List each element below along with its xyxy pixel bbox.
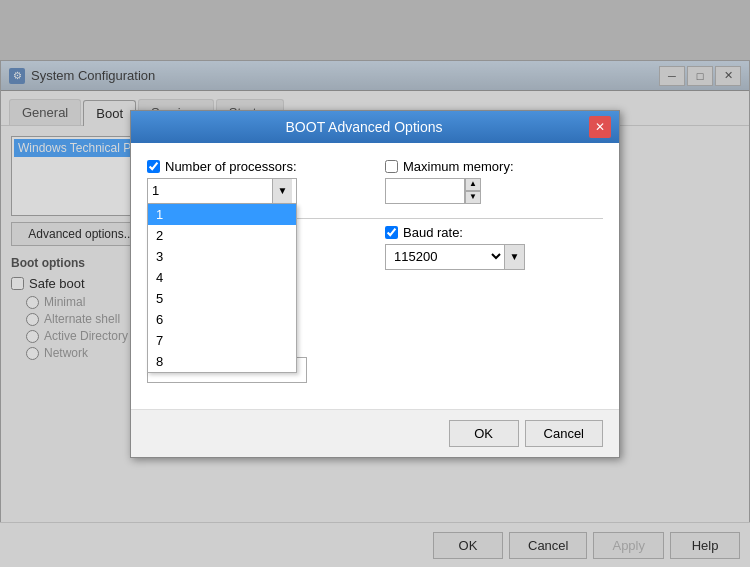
col-max-memory: Maximum memory: 0 ▲ ▼ (385, 159, 603, 204)
dialog-titlebar: BOOT Advanced Options ✕ (131, 111, 619, 143)
processor-option-5[interactable]: 5 (148, 288, 296, 309)
max-memory-input[interactable]: 0 (385, 178, 465, 204)
processors-selected[interactable]: 1 ▼ (147, 178, 297, 204)
baud-rate-checkbox-label: Baud rate: (385, 225, 603, 240)
num-processors-checkbox-label: Number of processors: (147, 159, 365, 174)
dialog-title: BOOT Advanced Options (139, 119, 589, 135)
processors-selected-value: 1 (152, 183, 159, 198)
processor-option-3[interactable]: 3 (148, 246, 296, 267)
max-memory-checkbox[interactable] (385, 160, 398, 173)
processors-dropdown[interactable]: 1 ▼ 12345678 (147, 178, 297, 204)
dialog-ok-button[interactable]: OK (449, 420, 519, 447)
num-processors-checkbox[interactable] (147, 160, 160, 173)
processor-option-7[interactable]: 7 (148, 330, 296, 351)
processors-dropdown-list: 12345678 (147, 204, 297, 373)
num-processors-label: Number of processors: (165, 159, 297, 174)
dialog-body: Number of processors: 1 ▼ 12345678 (131, 143, 619, 409)
processor-option-2[interactable]: 2 (148, 225, 296, 246)
baud-rate-select[interactable]: 115200 57600 19200 (386, 248, 504, 265)
col-processors: Number of processors: 1 ▼ 12345678 (147, 159, 365, 204)
processor-option-4[interactable]: 4 (148, 267, 296, 288)
baud-rate-label: Baud rate: (403, 225, 463, 240)
max-memory-label: Maximum memory: (403, 159, 514, 174)
modal-overlay: BOOT Advanced Options ✕ Number of proces… (0, 0, 750, 567)
baud-rate-select-wrapper: 115200 57600 19200 ▼ (385, 244, 525, 270)
processor-option-8[interactable]: 8 (148, 351, 296, 372)
max-memory-up-btn[interactable]: ▲ (465, 178, 481, 191)
col-empty (385, 284, 603, 329)
processors-dropdown-arrow: ▼ (272, 179, 292, 203)
dialog-close-button[interactable]: ✕ (589, 116, 611, 138)
processor-option-1[interactable]: 1 (148, 204, 296, 225)
dialog-cancel-button[interactable]: Cancel (525, 420, 603, 447)
row-processors-memory: Number of processors: 1 ▼ 12345678 (147, 159, 603, 204)
max-memory-checkbox-label: Maximum memory: (385, 159, 603, 174)
dialog: BOOT Advanced Options ✕ Number of proces… (130, 110, 620, 458)
max-memory-spinbox: 0 ▲ ▼ (385, 178, 603, 204)
col-baud-rate: Baud rate: 115200 57600 19200 ▼ (385, 225, 603, 270)
dialog-footer: OK Cancel (131, 409, 619, 457)
max-memory-spinbuttons: ▲ ▼ (465, 178, 481, 204)
baud-rate-checkbox[interactable] (385, 226, 398, 239)
baud-rate-arrow: ▼ (504, 245, 524, 269)
processor-option-6[interactable]: 6 (148, 309, 296, 330)
max-memory-down-btn[interactable]: ▼ (465, 191, 481, 204)
